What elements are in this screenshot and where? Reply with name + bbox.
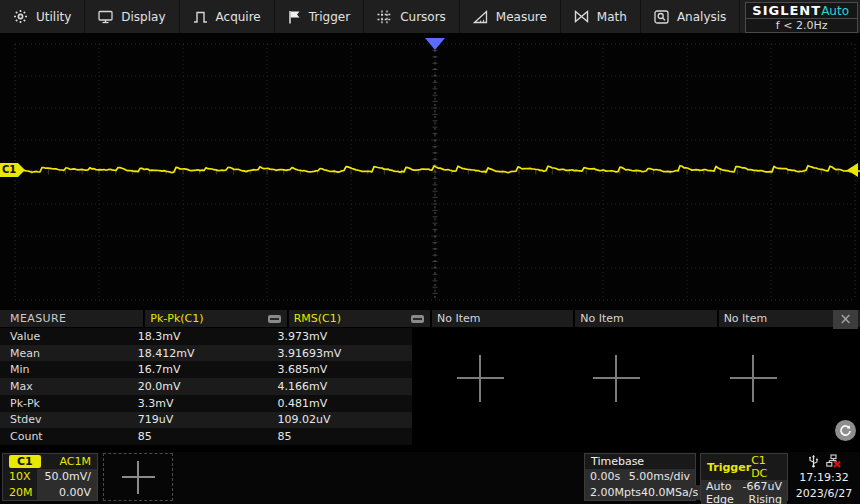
menu-item-label: Utility	[36, 10, 71, 24]
measure-stat-value: 109.02uV	[272, 413, 412, 426]
menu-bar: UtilityDisplayAcquireTriggerCursorsMeasu…	[0, 0, 860, 33]
timebase-scale: 5.00ms/div	[629, 470, 690, 483]
measure-stat-value: 18.3mV	[133, 330, 273, 343]
measure-table-row: Stdev719uV109.02uV	[0, 412, 412, 429]
measurement-empty-slot-header[interactable]: No Item	[432, 310, 573, 327]
measurement-column-label: Pk-Pk(C1)	[150, 312, 203, 325]
menu-item-acquire[interactable]: Acquire	[180, 0, 275, 33]
measurement-column-header[interactable]: Pk-Pk(C1)	[145, 310, 286, 327]
menu-item-measure[interactable]: Measure	[460, 0, 561, 33]
measurement-column-label: RMS(C1)	[294, 312, 341, 325]
measure-panel-title: MEASURE	[0, 310, 143, 327]
oscilloscope-screen: UtilityDisplayAcquireTriggerCursorsMeasu…	[0, 0, 860, 504]
pulse-icon	[193, 10, 208, 24]
channel1-offset-marker[interactable]: C1	[0, 162, 25, 177]
channel-coupling: AC1M	[59, 455, 97, 468]
lan-disconnected-icon	[826, 454, 841, 468]
timebase-delay: 0.00s	[590, 470, 620, 483]
menu-item-math[interactable]: Math	[561, 0, 641, 33]
measure-table-row: Value18.3mV3.973mV	[0, 328, 412, 345]
timebase-title: Timebase	[585, 454, 695, 469]
menu-item-label: Math	[597, 10, 627, 24]
timebase-descriptor-box[interactable]: Timebase 0.00s 5.00ms/div 2.00Mpts 40.0M…	[584, 453, 696, 501]
measure-stat-value: 4.166mV	[272, 380, 412, 393]
channel-marker-arrow-icon	[18, 163, 25, 177]
trigger-frequency-readout: f < 2.0Hz	[746, 19, 857, 32]
add-measurement-button[interactable]	[593, 355, 640, 402]
measurement-column-label: No Item	[580, 312, 624, 325]
add-measurement-button[interactable]	[730, 355, 777, 402]
menu-item-label: Acquire	[216, 10, 261, 24]
trigger-position-marker[interactable]	[425, 38, 445, 50]
measurement-column-label: No Item	[724, 312, 768, 325]
measure-table-row: Min16.7mV3.685mV	[0, 361, 412, 378]
measure-stat-value: 85	[133, 430, 273, 443]
bottom-status-bar: C1 AC1M 10X 50.0mV/ 20M 0.00V Timebase 0…	[0, 452, 860, 504]
menu-item-label: Measure	[496, 10, 547, 24]
measure-stat-value: 3.685mV	[272, 363, 412, 376]
usb-icon	[808, 454, 819, 468]
trigger-descriptor-box[interactable]: Trigger C1 DC Auto -667uV Edge Rising	[700, 453, 788, 501]
menu-bar-items: UtilityDisplayAcquireTriggerCursorsMeasu…	[0, 0, 740, 33]
brand-top-row: SIGLENT Auto	[746, 3, 857, 19]
trigger-source: C1 DC	[751, 454, 781, 480]
sample-rate: 40.0MSa/s	[641, 486, 698, 499]
menu-item-label: Display	[121, 10, 165, 24]
waveform-display[interactable]: C1	[0, 33, 860, 310]
menu-item-label: Cursors	[400, 10, 446, 24]
add-measurement-button[interactable]	[457, 355, 504, 402]
menu-item-cursors[interactable]: Cursors	[364, 0, 460, 33]
trigger-level: -667uV	[743, 480, 782, 493]
flag-icon	[288, 10, 301, 24]
bandwidth-limit: 20M	[3, 486, 37, 499]
measure-stat-label: Count	[0, 430, 133, 443]
measure-stat-value: 3.973mV	[272, 330, 412, 343]
measure-table-row: Pk-Pk3.3mV0.481mV	[0, 395, 412, 412]
probe-attenuation: 10X	[3, 470, 37, 483]
add-channel-button[interactable]	[103, 453, 173, 501]
reset-statistics-button[interactable]	[835, 420, 856, 441]
measure-stat-value: 3.91693mV	[272, 347, 412, 360]
measure-stat-value: 16.7mV	[133, 363, 273, 376]
measure-stat-label: Max	[0, 380, 133, 393]
channel1-name-chip: C1	[9, 455, 41, 468]
ruler-icon	[473, 10, 488, 24]
measure-stat-label: Value	[0, 330, 133, 343]
menu-item-label: Analysis	[677, 10, 726, 24]
channel1-descriptor-box[interactable]: C1 AC1M 10X 50.0mV/ 20M 0.00V	[2, 453, 98, 501]
remove-measurement-button[interactable]	[411, 315, 424, 323]
acquisition-mode-badge: Auto	[821, 4, 857, 18]
menu-item-analysis[interactable]: Analysis	[641, 0, 740, 33]
crosshair-grid-icon	[377, 10, 392, 24]
measure-header-row: MEASURE Pk-Pk(C1)RMS(C1)No ItemNo ItemNo…	[0, 310, 860, 327]
bowtie-icon	[574, 10, 589, 23]
system-date: 2023/6/27	[796, 487, 852, 500]
measure-table-row: Count8585	[0, 428, 412, 445]
menu-item-utility[interactable]: Utility	[0, 0, 85, 33]
measure-close-button[interactable]: ×	[833, 310, 858, 329]
monitor-icon	[98, 10, 113, 24]
measure-statistics-table: Value18.3mV3.973mVMean18.412mV3.91693mVM…	[0, 328, 412, 445]
measure-table-row: Max20.0mV4.166mV	[0, 378, 412, 395]
measure-stat-label: Pk-Pk	[0, 397, 133, 410]
measurement-column-header[interactable]: RMS(C1)	[289, 310, 430, 327]
measure-stat-value: 3.3mV	[133, 397, 273, 410]
trigger-level-marker[interactable]	[847, 163, 858, 177]
measure-table-row: Mean18.412mV3.91693mV	[0, 345, 412, 362]
measure-stat-value: 20.0mV	[133, 380, 273, 393]
measurement-empty-slot-header[interactable]: No Item	[575, 310, 716, 327]
menu-item-label: Trigger	[309, 10, 350, 24]
measure-stat-label: Min	[0, 363, 133, 376]
trigger-mode: Auto	[706, 480, 732, 493]
trigger-type: Edge	[706, 493, 734, 504]
system-status-box: 17:19:32 2023/6/27	[790, 453, 858, 501]
plus-icon	[122, 461, 155, 494]
menu-item-display[interactable]: Display	[85, 0, 179, 33]
measure-stat-label: Stdev	[0, 413, 133, 426]
brand-status-block: SIGLENT Auto f < 2.0Hz	[745, 2, 858, 33]
trigger-slope: Rising	[749, 493, 782, 504]
menu-item-trigger[interactable]: Trigger	[275, 0, 364, 33]
remove-measurement-button[interactable]	[268, 315, 281, 323]
measure-stat-label: Mean	[0, 347, 133, 360]
measure-panel: MEASURE Pk-Pk(C1)RMS(C1)No ItemNo ItemNo…	[0, 310, 860, 445]
